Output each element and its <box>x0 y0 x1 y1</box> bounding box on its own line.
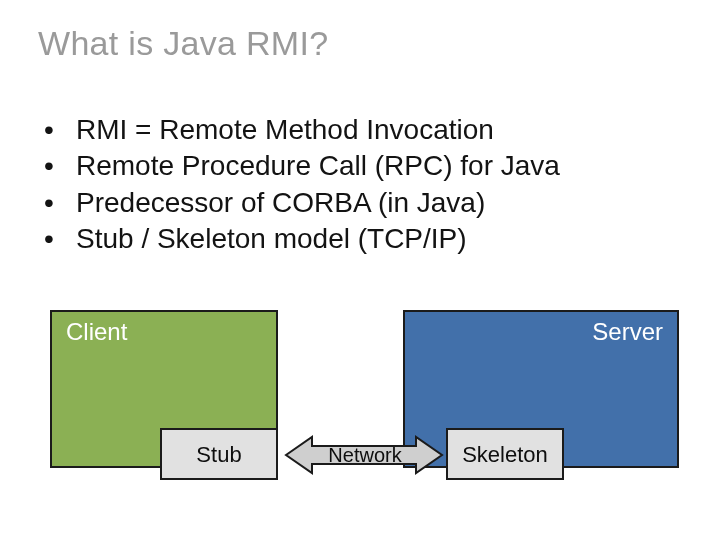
stub-label: Stub <box>162 430 276 468</box>
diagram-area: Client Server Stub Skeleton Network <box>0 0 720 540</box>
network-label: Network <box>320 444 410 467</box>
skeleton-box: Skeleton <box>446 428 564 480</box>
server-label: Server <box>405 312 677 346</box>
stub-box: Stub <box>160 428 278 480</box>
client-label: Client <box>52 312 276 346</box>
skeleton-label: Skeleton <box>448 430 562 468</box>
